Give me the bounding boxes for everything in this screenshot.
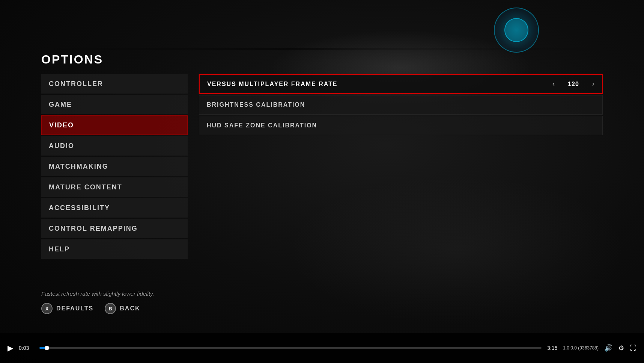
x-button-icon: X	[41, 303, 53, 314]
sidebar: CONTROLLER GAME VIDEO AUDIO MATCHMAKING …	[41, 74, 188, 260]
sidebar-item-control-remapping[interactable]: CONTROL REMAPPING	[41, 219, 188, 238]
setting-hud-safe-zone[interactable]: HUD SAFE ZONE CALIBRATION	[199, 116, 603, 135]
time-current: 0:03	[19, 345, 34, 351]
b-button-icon: B	[105, 303, 116, 314]
button-bar: X DEFAULTS B BACK	[41, 303, 603, 314]
sidebar-item-mature-content[interactable]: MATURE CONTENT	[41, 177, 188, 197]
settings-icon[interactable]: ⚙	[618, 344, 624, 352]
progress-bar-fill	[39, 347, 47, 349]
video-controls-right: 🔊 ⚙ ⛶	[604, 344, 636, 352]
page-title: OPTIONS	[41, 53, 603, 67]
sidebar-item-game[interactable]: GAME	[41, 95, 188, 114]
setting-brightness[interactable]: BRIGHTNESS CALIBRATION	[199, 95, 603, 115]
sidebar-item-matchmaking[interactable]: MATCHMAKING	[41, 157, 188, 176]
bottom-area: Fastest refresh rate with slightly lower…	[41, 290, 603, 314]
defaults-button[interactable]: X DEFAULTS	[41, 303, 93, 314]
settings-panel: VERSUS MULTIPLAYER FRAME RATE ‹ 120 › BR…	[199, 74, 603, 136]
arrow-right-icon[interactable]: ›	[592, 80, 594, 88]
top-divider	[0, 49, 644, 49]
sidebar-item-controller[interactable]: CONTROLLER	[41, 74, 188, 94]
main-content: OPTIONS CONTROLLER GAME VIDEO AUDIO MATC…	[41, 53, 603, 314]
volume-icon[interactable]: 🔊	[604, 344, 612, 352]
sidebar-item-help[interactable]: HELP	[41, 239, 188, 259]
sidebar-item-video[interactable]: VIDEO	[41, 115, 188, 135]
play-button[interactable]: ▶	[8, 343, 13, 352]
hint-text: Fastest refresh rate with slightly lower…	[41, 290, 603, 297]
fullscreen-icon[interactable]: ⛶	[630, 344, 636, 352]
progress-bar[interactable]	[39, 347, 542, 349]
sidebar-item-audio[interactable]: AUDIO	[41, 136, 188, 156]
arrow-left-icon[interactable]: ‹	[552, 80, 555, 88]
layout-container: CONTROLLER GAME VIDEO AUDIO MATCHMAKING …	[41, 74, 603, 260]
back-button[interactable]: B BACK	[105, 303, 140, 314]
time-total: 3:15	[547, 345, 557, 351]
top-right-icon	[494, 8, 539, 53]
setting-versus-frame-rate[interactable]: VERSUS MULTIPLAYER FRAME RATE ‹ 120 ›	[199, 74, 603, 94]
value-container: ‹ 120 ›	[552, 80, 594, 88]
version-label: 1.0.0.0 (9363788)	[563, 345, 599, 351]
setting-value: 120	[562, 81, 585, 88]
sidebar-item-accessibility[interactable]: ACCESSIBILITY	[41, 198, 188, 218]
video-player-bar: ▶ 0:03 3:15 1.0.0.0 (9363788) 🔊 ⚙ ⛶	[0, 333, 644, 363]
